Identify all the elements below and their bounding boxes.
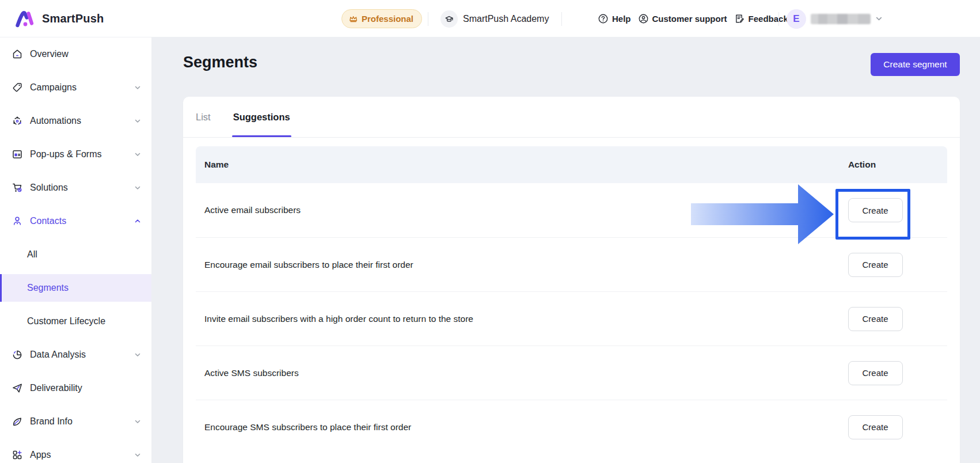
chevron-down-icon bbox=[134, 184, 141, 191]
header-divider bbox=[778, 12, 779, 26]
page-title: Segments bbox=[183, 54, 257, 71]
column-header-action: Action bbox=[803, 160, 947, 170]
apps-grid-icon bbox=[12, 449, 23, 461]
table-row: Active email subscribers Create bbox=[196, 183, 947, 237]
sidebar-item-contacts[interactable]: Contacts bbox=[0, 204, 151, 238]
tag-icon bbox=[12, 82, 23, 93]
customer-support-label: Customer support bbox=[652, 14, 727, 24]
popup-form-icon bbox=[12, 149, 23, 160]
action-cell: Create bbox=[803, 415, 947, 439]
sidebar-item-label: Deliverability bbox=[30, 383, 82, 393]
segment-name: Active email subscribers bbox=[196, 205, 803, 215]
sidebar-subitem-label: Segments bbox=[27, 283, 69, 293]
segment-name: Encourage email subscribers to place the… bbox=[196, 260, 803, 270]
sidebar: Overview Campaigns Automations bbox=[0, 37, 152, 463]
chevron-down-icon bbox=[134, 451, 141, 458]
automation-icon bbox=[12, 115, 23, 127]
tab-suggestions[interactable]: Suggestions bbox=[233, 97, 290, 137]
help-icon bbox=[598, 13, 609, 24]
chevron-down-icon bbox=[134, 351, 141, 358]
table-row: Encourage email subscribers to place the… bbox=[196, 237, 947, 291]
sidebar-subitem-customer-lifecycle[interactable]: Customer Lifecycle bbox=[0, 305, 151, 338]
sidebar-subitem-all[interactable]: All bbox=[0, 238, 151, 271]
active-highlight bbox=[0, 274, 151, 302]
pie-chart-icon bbox=[12, 349, 23, 360]
chevron-down-icon bbox=[134, 117, 141, 124]
academy-label: SmartPush Academy bbox=[463, 14, 549, 24]
avatar: E bbox=[787, 9, 806, 29]
table-header: Name Action bbox=[196, 146, 947, 183]
sidebar-item-brand-info[interactable]: Brand Info bbox=[0, 405, 151, 438]
sidebar-item-label: Brand Info bbox=[30, 416, 73, 427]
feedback-icon bbox=[734, 13, 745, 24]
main-content: Segments Create segment List Suggestions… bbox=[152, 37, 980, 463]
sidebar-item-automations[interactable]: Automations bbox=[0, 104, 151, 138]
create-button[interactable]: Create bbox=[848, 253, 903, 277]
tab-list[interactable]: List bbox=[196, 97, 211, 137]
top-header: SmartPush Professional SmartPush Academy bbox=[0, 0, 980, 37]
action-cell: Create bbox=[803, 198, 947, 222]
customer-support-link[interactable]: Customer support bbox=[638, 13, 727, 24]
sidebar-item-label: Pop-ups & Forms bbox=[30, 149, 101, 160]
sidebar-item-deliverability[interactable]: Deliverability bbox=[0, 371, 151, 405]
create-button[interactable]: Create bbox=[848, 361, 903, 385]
brand-name: SmartPush bbox=[42, 12, 104, 25]
feedback-link[interactable]: Feedback bbox=[734, 13, 788, 24]
sidebar-item-solutions[interactable]: Solutions bbox=[0, 171, 151, 204]
header-divider bbox=[428, 12, 428, 26]
customer-support-icon bbox=[638, 13, 649, 24]
table-row: Encourage SMS subscribers to place their… bbox=[196, 400, 947, 454]
create-segment-button[interactable]: Create segment bbox=[871, 53, 960, 76]
sidebar-subitem-segments[interactable]: Segments bbox=[0, 271, 151, 305]
sidebar-item-overview[interactable]: Overview bbox=[0, 37, 151, 71]
chevron-down-icon bbox=[134, 151, 141, 158]
sidebar-item-apps[interactable]: Apps bbox=[0, 438, 151, 463]
table-row: Invite email subscribers with a high ord… bbox=[196, 291, 947, 346]
sidebar-item-campaigns[interactable]: Campaigns bbox=[0, 71, 151, 104]
brush-icon bbox=[12, 416, 23, 427]
sidebar-item-popups-forms[interactable]: Pop-ups & Forms bbox=[0, 138, 151, 171]
chevron-up-icon bbox=[134, 218, 141, 225]
create-button[interactable]: Create bbox=[848, 307, 903, 331]
person-icon bbox=[12, 215, 23, 227]
graduation-cap-icon bbox=[440, 10, 458, 28]
sidebar-item-data-analysis[interactable]: Data Analysis bbox=[0, 338, 151, 371]
brand: SmartPush bbox=[15, 0, 104, 37]
segment-name: Encourage SMS subscribers to place their… bbox=[196, 422, 803, 432]
sidebar-item-label: Apps bbox=[30, 450, 51, 460]
segment-name: Invite email subscribers with a high ord… bbox=[196, 314, 803, 324]
action-cell: Create bbox=[803, 253, 947, 277]
action-cell: Create bbox=[803, 307, 947, 331]
smartpush-logo-icon bbox=[15, 9, 36, 29]
account-name-redacted bbox=[811, 14, 871, 24]
column-header-name: Name bbox=[196, 160, 803, 170]
chevron-down-icon bbox=[134, 84, 141, 91]
active-indicator-bar bbox=[0, 274, 2, 302]
plan-badge-label: Professional bbox=[362, 14, 413, 24]
segments-card: List Suggestions Name Action Active emai… bbox=[183, 97, 960, 463]
sidebar-subitem-label: All bbox=[27, 249, 37, 260]
feedback-label: Feedback bbox=[749, 14, 788, 24]
tab-bar: List Suggestions bbox=[183, 97, 960, 138]
help-label: Help bbox=[612, 14, 631, 24]
segment-name: Active SMS subscribers bbox=[196, 368, 803, 378]
paper-plane-icon bbox=[12, 382, 23, 394]
cart-icon bbox=[12, 182, 23, 193]
sidebar-item-label: Campaigns bbox=[30, 82, 77, 93]
account-menu[interactable]: E bbox=[787, 0, 883, 37]
create-button[interactable]: Create bbox=[848, 415, 903, 439]
home-icon bbox=[12, 48, 23, 60]
crown-icon bbox=[348, 14, 358, 24]
plan-badge[interactable]: Professional bbox=[341, 9, 422, 28]
table-row: Active SMS subscribers Create bbox=[196, 346, 947, 400]
smartpush-app: SmartPush Professional SmartPush Academy bbox=[0, 0, 980, 463]
help-link[interactable]: Help bbox=[598, 13, 631, 24]
sidebar-item-label: Automations bbox=[30, 116, 81, 126]
chevron-down-icon bbox=[134, 418, 141, 425]
academy-link[interactable]: SmartPush Academy bbox=[440, 0, 549, 37]
sidebar-subitem-label: Customer Lifecycle bbox=[27, 316, 105, 327]
chevron-down-icon bbox=[875, 15, 883, 22]
create-button[interactable]: Create bbox=[848, 198, 903, 222]
sidebar-item-label: Overview bbox=[30, 49, 69, 59]
sidebar-item-label: Data Analysis bbox=[30, 350, 86, 360]
